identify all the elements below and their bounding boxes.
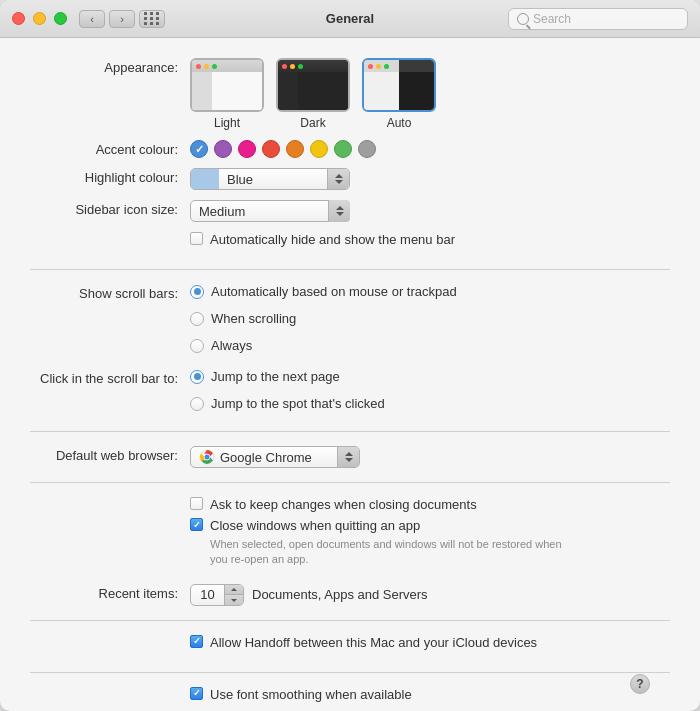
handoff-label <box>30 635 190 637</box>
accent-blue[interactable] <box>190 140 208 158</box>
sidebar-icon-size-controls: Medium Small Large <box>190 200 670 222</box>
appearance-light[interactable]: Light <box>190 58 264 130</box>
appearance-label: Appearance: <box>30 58 190 75</box>
recent-items-value: 10 <box>191 587 224 602</box>
recent-items-suffix: Documents, Apps and Servers <box>252 587 428 602</box>
menu-bar-row: Automatically hide and show the menu bar <box>190 232 455 247</box>
scroll-bars-section: Show scroll bars: Automatically based on… <box>30 284 670 359</box>
menu-bar-label <box>30 232 190 234</box>
search-bar[interactable]: Search <box>508 8 688 30</box>
minimize-button[interactable] <box>33 12 46 25</box>
checkboxes-label <box>30 497 190 499</box>
handoff-section: Allow Handoff between this Mac and your … <box>30 635 670 658</box>
click-spot-radio[interactable] <box>190 397 204 411</box>
accent-graphite[interactable] <box>358 140 376 158</box>
appearance-dark[interactable]: Dark <box>276 58 350 130</box>
recent-items-controls: 10 Documents, Apps and Servers <box>190 584 670 606</box>
ask-keep-row: Ask to keep changes when closing documen… <box>190 497 477 512</box>
highlight-colour-section: Highlight colour: Blue <box>30 168 670 190</box>
close-windows-checkbox[interactable] <box>190 518 203 531</box>
stepper-arrows <box>224 585 243 605</box>
default-browser-label: Default web browser: <box>30 446 190 463</box>
scroll-always-text: Always <box>211 338 252 353</box>
scroll-always-radio[interactable] <box>190 339 204 353</box>
ask-keep-checkbox[interactable] <box>190 497 203 510</box>
handoff-checkbox[interactable] <box>190 635 203 648</box>
menu-bar-section: Automatically hide and show the menu bar <box>30 232 670 255</box>
scroll-scrolling-radio[interactable] <box>190 312 204 326</box>
scroll-bars-label: Show scroll bars: <box>30 284 190 301</box>
click-next-page-text: Jump to the next page <box>211 369 340 384</box>
font-smoothing-controls: Use font smoothing when available <box>190 687 670 710</box>
accent-orange[interactable] <box>286 140 304 158</box>
scroll-bars-controls: Automatically based on mouse or trackpad… <box>190 284 670 359</box>
click-next-page-row: Jump to the next page <box>190 369 340 384</box>
highlight-swatch <box>191 169 219 189</box>
close-windows-desc: When selected, open documents and window… <box>210 537 570 568</box>
close-windows-text: Close windows when quitting an app <box>210 518 420 533</box>
accent-yellow[interactable] <box>310 140 328 158</box>
content-area: Appearance: <box>0 38 700 711</box>
menu-bar-checkbox[interactable] <box>190 232 203 245</box>
search-icon <box>517 13 529 25</box>
click-next-page-radio[interactable] <box>190 370 204 384</box>
accent-purple[interactable] <box>214 140 232 158</box>
stepper-up-icon <box>231 588 237 591</box>
close-button[interactable] <box>12 12 25 25</box>
back-button[interactable]: ‹ <box>79 10 105 28</box>
stepper-up[interactable] <box>225 585 243 596</box>
browser-wrapper[interactable]: Google Chrome <box>190 446 360 468</box>
scroll-scrolling-row: When scrolling <box>190 311 296 326</box>
browser-label: Google Chrome <box>220 450 359 465</box>
appearance-dark-label: Dark <box>300 116 325 130</box>
window-title: General <box>326 11 374 26</box>
sidebar-icon-size-section: Sidebar icon size: Medium Small Large <box>30 200 670 222</box>
stepper-down[interactable] <box>225 595 243 605</box>
font-smoothing-text: Use font smoothing when available <box>210 687 412 702</box>
divider-2 <box>30 431 670 432</box>
font-smoothing-row: Use font smoothing when available <box>190 687 412 702</box>
highlight-colour-label: Highlight colour: <box>30 168 190 185</box>
highlight-colour-controls: Blue <box>190 168 670 190</box>
appearance-light-label: Light <box>214 116 240 130</box>
appearance-auto[interactable]: Auto <box>362 58 436 130</box>
accent-red[interactable] <box>262 140 280 158</box>
window: ‹ › General Search Appearance: <box>0 0 700 711</box>
handoff-row: Allow Handoff between this Mac and your … <box>190 635 537 650</box>
help-button[interactable]: ? <box>630 674 650 694</box>
default-browser-section: Default web browser: <box>30 446 670 468</box>
accent-colour-controls <box>190 140 670 158</box>
click-spot-row: Jump to the spot that's clicked <box>190 396 385 411</box>
highlight-colour-dropdown[interactable]: Blue <box>190 168 350 190</box>
appearance-auto-thumb <box>362 58 436 112</box>
scroll-auto-radio[interactable] <box>190 285 204 299</box>
forward-button[interactable]: › <box>109 10 135 28</box>
highlight-value: Blue <box>225 172 349 187</box>
sidebar-size-select[interactable]: Medium Small Large <box>190 200 350 222</box>
apps-button[interactable] <box>139 10 165 28</box>
maximize-button[interactable] <box>54 12 67 25</box>
chrome-icon <box>199 449 215 465</box>
close-windows-row: Close windows when quitting an app <box>190 518 420 533</box>
appearance-controls: Light <box>190 58 670 130</box>
menu-bar-controls: Automatically hide and show the menu bar <box>190 232 670 255</box>
appearance-section: Appearance: <box>30 58 670 130</box>
click-spot-text: Jump to the spot that's clicked <box>211 396 385 411</box>
sidebar-icon-size-label: Sidebar icon size: <box>30 200 190 217</box>
accent-green[interactable] <box>334 140 352 158</box>
sidebar-size-wrapper[interactable]: Medium Small Large <box>190 200 350 222</box>
appearance-dark-thumb <box>276 58 350 112</box>
accent-pink[interactable] <box>238 140 256 158</box>
highlight-colour-select-wrapper[interactable]: Blue <box>190 168 350 190</box>
divider-1 <box>30 269 670 270</box>
font-smoothing-checkbox[interactable] <box>190 687 203 700</box>
scroll-scrolling-text: When scrolling <box>211 311 296 326</box>
recent-items-stepper[interactable]: 10 <box>190 584 244 606</box>
recent-items-label: Recent items: <box>30 584 190 601</box>
font-smoothing-section: Use font smoothing when available ? <box>30 687 670 710</box>
search-placeholder: Search <box>533 12 571 26</box>
stepper-down-icon <box>231 599 237 602</box>
appearance-light-thumb <box>190 58 264 112</box>
checkboxes-controls: Ask to keep changes when closing documen… <box>190 497 670 574</box>
browser-dropdown[interactable]: Google Chrome <box>190 446 360 468</box>
